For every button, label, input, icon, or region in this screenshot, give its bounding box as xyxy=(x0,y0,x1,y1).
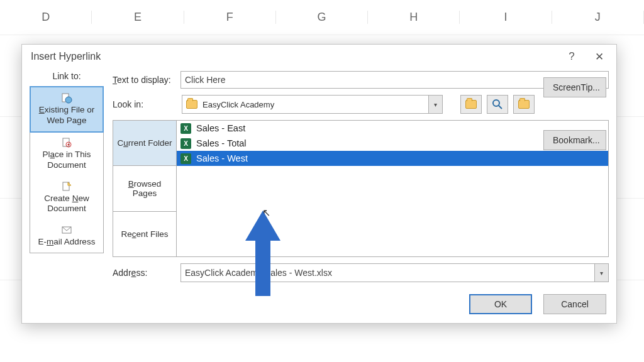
col-H[interactable]: H xyxy=(368,11,460,24)
text-to-display-label: Text to display: xyxy=(113,75,177,85)
link-to-label: Link to: xyxy=(52,71,80,81)
bookmark-button[interactable]: Bookmark... xyxy=(543,130,606,150)
column-headers: D E F G H I J xyxy=(0,0,644,35)
insert-hyperlink-dialog: Insert Hyperlink ? ✕ Link to: Existing F… xyxy=(21,44,617,324)
look-in-value: EasyClick Academy xyxy=(203,100,274,109)
cancel-button[interactable]: Cancel xyxy=(543,294,606,314)
col-G[interactable]: G xyxy=(276,11,368,24)
linkto-label: Create New Document xyxy=(33,194,101,215)
chevron-down-icon[interactable]: ▾ xyxy=(428,96,442,113)
col-D[interactable]: D xyxy=(0,11,92,24)
excel-icon: X xyxy=(180,153,191,164)
excel-icon: X xyxy=(180,138,191,149)
linkto-place-in-doc[interactable]: Place in This Document xyxy=(30,132,103,176)
address-label: Address: xyxy=(113,268,177,278)
folder-icon xyxy=(186,100,197,109)
svg-point-4 xyxy=(68,143,70,145)
ok-button[interactable]: OK xyxy=(469,294,532,314)
tab-browsed-pages[interactable]: Browsed Pages xyxy=(113,166,176,211)
up-one-level-button[interactable] xyxy=(460,95,482,114)
list-item[interactable]: XSales - West xyxy=(177,151,608,166)
linkto-label: Place in This Document xyxy=(33,150,101,171)
svg-point-1 xyxy=(65,97,72,103)
link-to-list: Existing File or Web Page Place in This … xyxy=(30,86,104,253)
look-in-label: Look in: xyxy=(113,99,177,109)
help-button[interactable]: ? xyxy=(558,47,585,66)
address-value: EasyClick Academy\Sales - West.xlsx xyxy=(185,268,332,278)
close-button[interactable]: ✕ xyxy=(586,47,613,66)
tab-current-folder[interactable]: Current Folder xyxy=(113,121,176,166)
chevron-down-icon[interactable]: ▾ xyxy=(594,264,608,282)
globe-page-icon xyxy=(61,92,72,104)
look-in-combo[interactable]: EasyClick Academy ▾ xyxy=(182,95,443,114)
tab-recent-files[interactable]: Recent Files xyxy=(113,212,176,256)
titlebar[interactable]: Insert Hyperlink ? ✕ xyxy=(22,45,616,69)
new-document-icon xyxy=(61,181,72,192)
browse-web-button[interactable] xyxy=(487,95,508,114)
col-F[interactable]: F xyxy=(184,11,276,24)
document-target-icon xyxy=(61,137,72,148)
col-I[interactable]: I xyxy=(460,11,552,24)
svg-line-8 xyxy=(499,106,502,109)
address-combo[interactable]: EasyClick Academy\Sales - West.xlsx ▾ xyxy=(180,263,609,282)
svg-point-7 xyxy=(493,100,499,106)
browse-file-button[interactable] xyxy=(513,95,535,114)
linkto-email-address[interactable]: E-mail Address xyxy=(30,219,103,253)
envelope-icon xyxy=(61,224,72,236)
col-J[interactable]: J xyxy=(552,11,644,24)
col-E[interactable]: E xyxy=(92,11,184,24)
linkto-label: E-mail Address xyxy=(38,237,96,248)
screentip-button[interactable]: ScreenTip... xyxy=(543,77,606,97)
browse-area: Current Folder Browsed Pages Recent File… xyxy=(113,120,609,257)
dialog-title: Insert Hyperlink xyxy=(31,51,101,62)
linkto-label: Existing File or Web Page xyxy=(33,105,100,126)
excel-icon: X xyxy=(180,123,191,134)
linkto-create-new[interactable]: Create New Document xyxy=(30,176,103,220)
linkto-existing-file[interactable]: Existing File or Web Page xyxy=(30,86,104,133)
